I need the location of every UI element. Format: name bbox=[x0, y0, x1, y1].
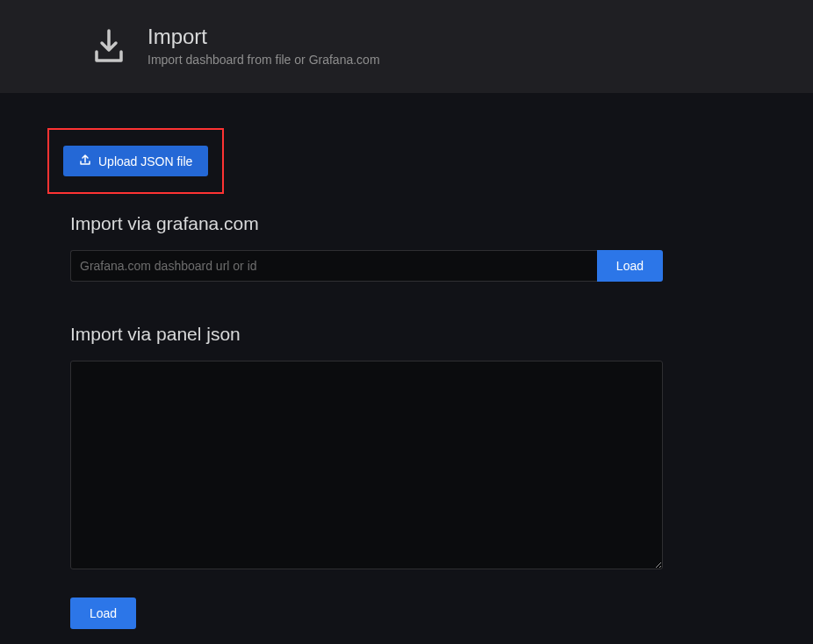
content-area: Upload JSON file Import via grafana.com … bbox=[0, 93, 663, 629]
import-json-section-title: Import via panel json bbox=[70, 324, 663, 345]
load-url-button[interactable]: Load bbox=[597, 250, 663, 282]
import-url-row: Load bbox=[70, 250, 663, 282]
upload-icon bbox=[79, 154, 91, 168]
page-header: Import Import dashboard from file or Gra… bbox=[0, 0, 813, 93]
import-icon bbox=[88, 25, 130, 68]
grafana-url-input[interactable] bbox=[70, 250, 597, 282]
import-url-section-title: Import via grafana.com bbox=[70, 213, 663, 234]
load-json-button[interactable]: Load bbox=[70, 597, 136, 629]
page-subtitle: Import dashboard from file or Grafana.co… bbox=[147, 52, 380, 69]
panel-json-textarea[interactable] bbox=[70, 361, 663, 569]
page-title: Import bbox=[147, 25, 380, 50]
upload-json-button[interactable]: Upload JSON file bbox=[63, 146, 208, 176]
upload-button-label: Upload JSON file bbox=[98, 154, 192, 168]
upload-highlight-box: Upload JSON file bbox=[47, 128, 224, 194]
header-text-block: Import Import dashboard from file or Gra… bbox=[147, 25, 380, 68]
